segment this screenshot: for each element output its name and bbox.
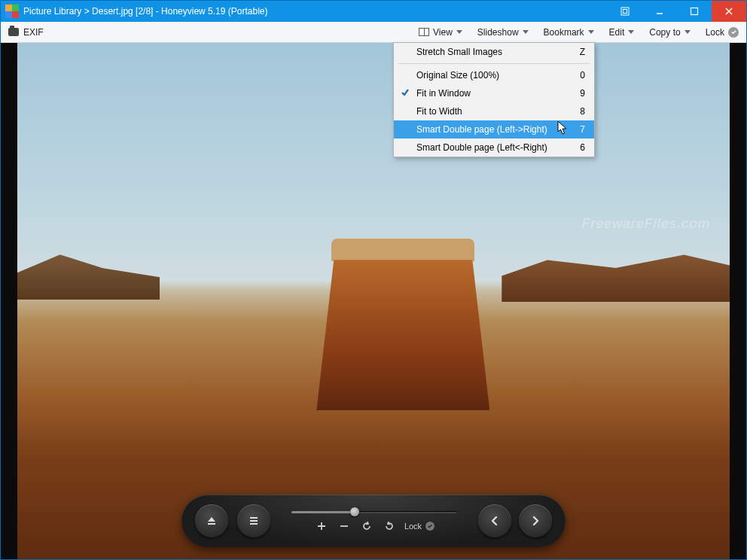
menu-copy-to[interactable]: Copy to <box>642 22 697 43</box>
menu-edit-label: Edit <box>609 27 625 38</box>
dd-fit-width[interactable]: Fit to Width 8 <box>394 102 594 120</box>
check-circle-icon <box>728 27 739 38</box>
menu-view[interactable]: View <box>411 22 470 43</box>
dd-label: Fit in Window <box>416 88 471 99</box>
dd-double-rl[interactable]: Smart Double page (Left<-Right) 6 <box>394 138 594 157</box>
center-controls: Lock <box>279 508 469 534</box>
svg-rect-8 <box>250 520 258 522</box>
dd-label: Stretch Small Images <box>416 47 502 57</box>
titlebar: Picture Library > Desert.jpg [2/8] - Hon… <box>1 1 746 22</box>
chevron-down-icon <box>523 30 529 34</box>
menu-list-button[interactable] <box>237 504 270 537</box>
zoom-out-button[interactable] <box>337 519 352 534</box>
close-button[interactable] <box>712 1 746 22</box>
eject-button[interactable] <box>195 504 228 537</box>
dd-shortcut: 8 <box>565 106 585 117</box>
app-window: Picture Library > Desert.jpg [2/8] - Hon… <box>0 0 747 560</box>
image-canvas[interactable]: FreewareFiles.com Lo <box>1 43 746 559</box>
fullscreen-button[interactable] <box>608 1 642 22</box>
zoom-slider[interactable] <box>291 508 457 516</box>
check-circle-icon <box>425 522 434 531</box>
dd-label: Original Size (100%) <box>416 70 499 81</box>
maximize-button[interactable] <box>677 1 712 22</box>
exif-button[interactable]: EXIF <box>1 27 51 38</box>
menu-slideshow-label: Slideshow <box>477 27 519 38</box>
dd-shortcut: 7 <box>565 124 585 135</box>
svg-rect-7 <box>250 517 258 519</box>
window-title: Picture Library > Desert.jpg [2/8] - Hon… <box>23 6 267 17</box>
menu-copy-to-label: Copy to <box>649 27 680 38</box>
menubar: EXIF View Slideshow Bookmark Edit Copy t… <box>1 22 746 43</box>
dd-shortcut: Z <box>565 47 585 57</box>
menu-lock-label: Lock <box>706 27 724 38</box>
minimize-button[interactable] <box>642 1 677 22</box>
menu-bookmark-label: Bookmark <box>544 27 584 38</box>
slider-thumb[interactable] <box>350 507 359 516</box>
dd-shortcut: 6 <box>565 142 585 153</box>
next-button[interactable] <box>519 504 552 537</box>
dd-label: Fit to Width <box>416 106 462 117</box>
prev-button[interactable] <box>478 504 511 537</box>
camera-icon <box>8 28 19 36</box>
separator <box>398 63 590 64</box>
bottom-control-bar: Lock <box>181 495 566 547</box>
svg-rect-1 <box>624 10 627 14</box>
watermark: FreewareFiles.com <box>581 216 710 232</box>
svg-rect-3 <box>691 8 698 15</box>
check-icon <box>401 88 410 97</box>
menu-edit[interactable]: Edit <box>602 22 642 43</box>
menu-bookmark[interactable]: Bookmark <box>536 22 602 43</box>
app-icon <box>5 5 19 18</box>
svg-rect-9 <box>250 523 258 525</box>
dd-stretch-small[interactable]: Stretch Small Images Z <box>394 43 594 61</box>
dd-original-size[interactable]: Original Size (100%) 0 <box>394 66 594 84</box>
menu-slideshow[interactable]: Slideshow <box>470 22 536 43</box>
lock-toggle[interactable]: Lock <box>404 522 434 531</box>
menu-lock[interactable]: Lock <box>698 22 746 43</box>
svg-rect-6 <box>208 523 215 525</box>
left-margin <box>1 43 17 559</box>
dd-fit-window[interactable]: Fit in Window 9 <box>394 84 594 102</box>
view-mode-icon <box>419 28 429 36</box>
dd-label: Smart Double page (Left<-Right) <box>416 142 547 153</box>
dd-shortcut: 0 <box>565 70 585 81</box>
rotate-right-button[interactable] <box>382 519 397 534</box>
dd-shortcut: 9 <box>565 88 585 99</box>
zoom-in-button[interactable] <box>314 519 329 534</box>
menu-view-label: View <box>433 27 453 38</box>
view-dropdown: Stretch Small Images Z Original Size (10… <box>393 42 595 157</box>
chevron-down-icon <box>628 30 634 34</box>
svg-rect-0 <box>621 8 629 15</box>
exif-label: EXIF <box>23 27 44 38</box>
chevron-down-icon <box>684 30 691 34</box>
rotate-left-button[interactable] <box>359 519 374 534</box>
right-margin <box>730 43 746 559</box>
lock-label-text: Lock <box>404 522 422 531</box>
chevron-down-icon <box>588 30 594 34</box>
mouse-cursor <box>557 120 568 135</box>
dd-label: Smart Double page (Left->Right) <box>416 124 547 135</box>
chevron-down-icon <box>456 30 462 34</box>
image-area: FreewareFiles.com <box>17 43 730 559</box>
